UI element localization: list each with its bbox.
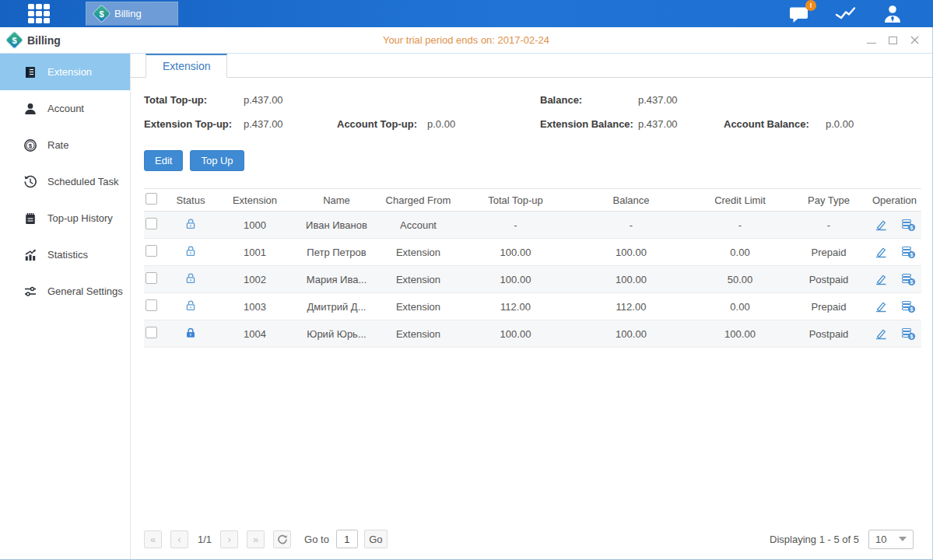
general-settings-sliders-icon	[23, 285, 37, 299]
col-pay-type: Pay Type	[790, 194, 868, 206]
sidebar-item-rate[interactable]: $ Rate	[0, 127, 130, 163]
row-checkbox[interactable]	[146, 272, 157, 284]
col-operation: Operation	[868, 194, 921, 206]
scheduled-task-clock-icon	[23, 175, 37, 189]
top-up-button[interactable]: Top Up	[190, 150, 244, 171]
total-topup-value: p.437.00	[244, 94, 337, 106]
balance-summary: Total Top-up: p.437.00 Balance: p.437.00…	[144, 88, 921, 136]
billing-window-icon: $	[6, 32, 23, 48]
taskbar: $ Billing !	[0, 0, 933, 27]
cell-total-topup: 100.00	[459, 247, 572, 258]
extension-topup-label: Extension Top-up:	[144, 118, 244, 130]
maximize-icon[interactable]	[888, 35, 898, 45]
last-page-button[interactable]: »	[247, 530, 265, 548]
col-credit-limit: Credit Limit	[690, 194, 790, 206]
top-up-row-icon[interactable]: $	[900, 245, 916, 259]
account-person-icon	[23, 102, 37, 116]
page-size-dropdown[interactable]: 10	[868, 530, 914, 549]
sidebar-item-scheduled-task[interactable]: Scheduled Task	[0, 163, 130, 200]
top-up-row-icon[interactable]: $	[900, 327, 916, 341]
col-name: Name	[296, 194, 377, 206]
edit-row-icon[interactable]	[874, 272, 888, 286]
edit-button[interactable]: Edit	[144, 150, 183, 171]
row-checkbox[interactable]	[146, 245, 157, 257]
trial-notice: Your trial period ends on: 2017-02-24	[0, 34, 932, 46]
cell-extension: 1001	[214, 247, 296, 258]
svg-text:$: $	[910, 306, 913, 313]
statistics-chart-icon	[23, 248, 37, 262]
next-page-button[interactable]: ›	[220, 530, 238, 548]
cell-total-topup: -	[459, 219, 572, 231]
app-grid-icon[interactable]	[28, 4, 54, 24]
cell-charged-from: Extension	[377, 301, 459, 313]
top-up-row-icon[interactable]: $	[900, 299, 916, 313]
cell-pay-type: Postpaid	[790, 274, 868, 285]
tabbar: Extension	[131, 54, 932, 78]
cell-pay-type: -	[790, 219, 868, 231]
taskbar-billing-tab[interactable]: $ Billing	[86, 2, 178, 26]
account-topup-label: Account Top-up:	[337, 118, 427, 130]
row-checkbox[interactable]	[146, 299, 157, 311]
user-account-icon[interactable]	[882, 4, 903, 24]
row-checkbox[interactable]	[146, 327, 157, 338]
table-row: 1002 Мария Ива... Extension 100.00 100.0…	[144, 266, 921, 293]
select-all-checkbox[interactable]	[146, 193, 157, 205]
lock-open-icon	[184, 272, 197, 285]
cell-balance: 100.00	[572, 274, 690, 285]
displaying-text: Displaying 1 - 5 of 5	[770, 534, 859, 545]
reports-chart-icon[interactable]	[835, 5, 857, 23]
sidebar-item-general-settings[interactable]: General Settings	[0, 273, 130, 310]
go-button[interactable]: Go	[364, 530, 388, 548]
first-page-button[interactable]: «	[144, 530, 162, 548]
account-balance-value: p.0.00	[826, 118, 921, 130]
account-topup-value: p.0.00	[427, 118, 540, 130]
table-row: 1000 Иван Иванов Account - - - - $	[144, 212, 921, 239]
cell-charged-from: Extension	[377, 328, 459, 340]
extension-balance-label: Extension Balance:	[540, 118, 638, 130]
lock-closed-icon	[184, 327, 197, 339]
cell-charged-from: Account	[377, 219, 459, 231]
messages-icon[interactable]: !	[788, 5, 810, 23]
extension-balance-value: p.437.00	[638, 118, 724, 130]
top-up-row-icon[interactable]: $	[900, 272, 916, 286]
cell-credit-limit: 0.00	[690, 301, 790, 313]
edit-row-icon[interactable]	[874, 299, 888, 313]
sidebar-item-topup-history[interactable]: Top-up History	[0, 200, 130, 236]
table-row: 1003 Дмитрий Д... Extension 112.00 112.0…	[144, 293, 921, 320]
account-balance-label: Account Balance:	[724, 118, 826, 130]
cell-extension: 1002	[214, 274, 296, 285]
goto-page-input[interactable]	[336, 530, 358, 548]
chevron-down-icon	[899, 537, 907, 541]
edit-row-icon[interactable]	[874, 245, 888, 259]
cell-pay-type: Postpaid	[790, 328, 868, 340]
minimize-icon[interactable]	[866, 35, 876, 45]
extension-table: Status Extension Name Charged From Total…	[144, 188, 921, 348]
table-header: Status Extension Name Charged From Total…	[144, 188, 921, 212]
pagination-bar: « ‹ 1/1 › » Go to Go Displaying 1 - 5 of…	[131, 523, 932, 559]
edit-row-icon[interactable]	[874, 218, 888, 232]
top-up-row-icon[interactable]: $	[900, 218, 916, 232]
cell-extension: 1003	[214, 301, 296, 313]
tab-extension[interactable]: Extension	[146, 54, 227, 78]
topup-history-notepad-icon	[23, 212, 37, 226]
edit-row-icon[interactable]	[874, 327, 888, 341]
lock-open-icon	[184, 245, 197, 257]
sidebar-item-statistics[interactable]: Statistics	[0, 236, 130, 273]
cell-extension: 1000	[214, 219, 296, 231]
close-icon[interactable]	[910, 35, 920, 45]
goto-label: Go to	[304, 534, 329, 545]
svg-text:$: $	[29, 142, 33, 149]
col-total-topup: Total Top-up	[459, 194, 572, 206]
sidebar-item-extension[interactable]: Extension	[0, 54, 130, 90]
table-row: 1004 Юрий Юрь... Extension 100.00 100.00…	[144, 320, 921, 348]
cell-charged-from: Extension	[377, 274, 459, 285]
sidebar-item-account[interactable]: Account	[0, 90, 130, 127]
refresh-button[interactable]	[273, 530, 291, 548]
cell-total-topup: 100.00	[459, 274, 572, 285]
sidebar-label-statistics: Statistics	[47, 249, 88, 261]
table-row: 1001 Петр Петров Extension 100.00 100.00…	[144, 239, 921, 266]
row-checkbox[interactable]	[146, 218, 157, 229]
window-controls	[866, 35, 920, 45]
cell-balance: 112.00	[572, 301, 690, 313]
prev-page-button[interactable]: ‹	[170, 530, 188, 548]
